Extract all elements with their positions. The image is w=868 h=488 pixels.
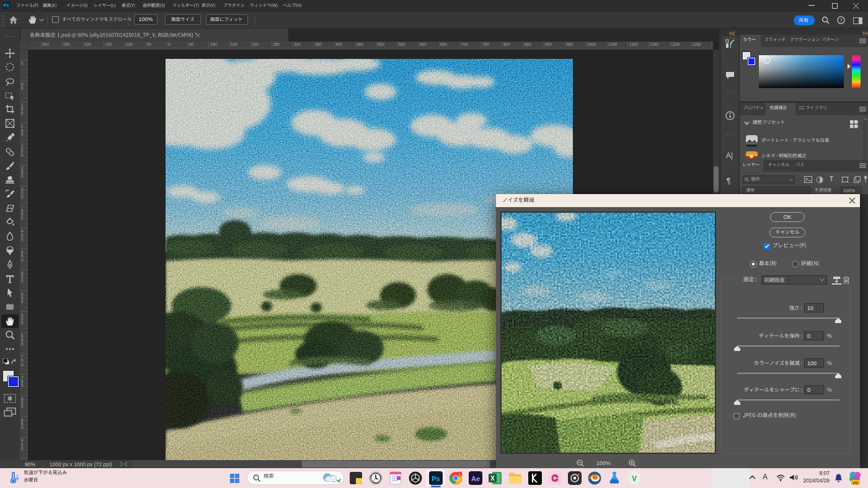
svg-text:150: 150 (105, 42, 112, 47)
svg-text:0: 0 (21, 321, 24, 325)
svg-text:6: 6 (21, 334, 24, 338)
svg-text:600: 600 (420, 42, 427, 47)
svg-text:500: 500 (378, 42, 384, 47)
svg-text:0: 0 (21, 237, 24, 241)
svg-text:0: 0 (21, 216, 24, 220)
svg-text:0: 0 (21, 195, 24, 199)
svg-text:700: 700 (461, 42, 468, 47)
svg-text:250: 250 (273, 42, 280, 47)
svg-text:650: 650 (440, 42, 447, 47)
svg-text:400: 400 (335, 42, 342, 47)
svg-text:0: 0 (21, 358, 24, 363)
svg-text:PR: PR (853, 481, 859, 485)
svg-text:450: 450 (356, 42, 363, 47)
svg-text:1000: 1000 (587, 42, 596, 47)
svg-text:0: 0 (21, 132, 24, 136)
svg-text:550: 550 (399, 42, 405, 47)
svg-text:950: 950 (566, 42, 573, 47)
svg-text:0: 0 (21, 86, 24, 91)
svg-text:1250: 1250 (692, 42, 701, 47)
svg-text:1: 1 (21, 124, 24, 128)
svg-text:350: 350 (315, 42, 322, 47)
svg-text:50: 50 (147, 42, 152, 47)
svg-text:1100: 1100 (629, 42, 638, 47)
svg-text:850: 850 (525, 42, 531, 47)
svg-text:0: 0 (21, 278, 24, 283)
svg-text:100: 100 (210, 42, 217, 47)
svg-text:100: 100 (126, 42, 133, 47)
svg-text:0: 0 (21, 363, 24, 367)
svg-text:Ps: Ps (432, 475, 440, 482)
svg-text:Ae: Ae (471, 475, 480, 482)
svg-text:0: 0 (21, 149, 24, 153)
svg-text:0: 0 (21, 61, 24, 66)
svg-text:0: 0 (21, 404, 24, 409)
svg-text:X: X (490, 475, 495, 482)
svg-text:300: 300 (42, 42, 49, 47)
svg-text:750: 750 (482, 42, 489, 47)
svg-text:0: 0 (21, 446, 24, 451)
svg-text:0: 0 (168, 42, 170, 47)
svg-text:5: 5 (21, 254, 24, 258)
svg-text:900: 900 (545, 42, 552, 47)
svg-text:800: 800 (503, 42, 510, 47)
svg-text:150: 150 (231, 42, 237, 47)
svg-text:0: 0 (21, 153, 24, 157)
svg-text:0: 0 (21, 383, 24, 388)
svg-text:1150: 1150 (650, 42, 658, 47)
svg-text:50: 50 (189, 42, 194, 47)
svg-text:200: 200 (252, 42, 259, 47)
svg-text:0: 0 (21, 425, 24, 430)
svg-text:300: 300 (294, 42, 301, 47)
svg-text:200: 200 (84, 42, 91, 47)
svg-text:1050: 1050 (608, 42, 618, 47)
svg-text:1200: 1200 (671, 42, 680, 47)
svg-text:4: 4 (21, 229, 24, 233)
svg-text:V: V (632, 474, 637, 483)
svg-text:0: 0 (21, 258, 24, 262)
svg-text:9: 9 (21, 438, 24, 443)
svg-text:0: 0 (21, 111, 24, 115)
svg-text:?: ? (839, 17, 843, 23)
svg-text:0: 0 (21, 299, 24, 304)
svg-text:250: 250 (63, 42, 70, 47)
svg-text:0: 0 (21, 174, 24, 178)
svg-text:0: 0 (21, 342, 24, 346)
